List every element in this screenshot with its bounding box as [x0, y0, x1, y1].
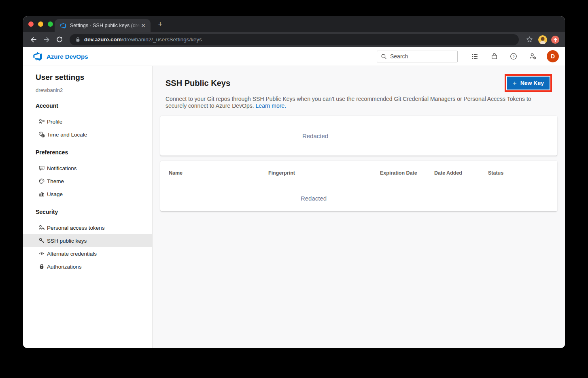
sidebar-item-theme[interactable]: Theme — [23, 175, 152, 188]
sidebar-item-alternate-credentials[interactable]: Alternate credentials — [23, 247, 152, 260]
new-key-button[interactable]: + New Key — [507, 77, 550, 90]
sidebar-item-profile[interactable]: Profile — [23, 115, 152, 128]
minimize-window-button[interactable] — [38, 21, 43, 27]
usage-bar-chart-icon — [38, 191, 45, 197]
user-settings-gear-icon[interactable] — [526, 50, 539, 63]
eye-icon — [38, 250, 45, 257]
sidebar-username: drewbanin2 — [36, 87, 152, 94]
sidebar-item-ssh-public-keys[interactable]: SSH public keys — [23, 234, 152, 247]
lock-icon — [75, 37, 81, 43]
table-header-row: Name Fingerprint Expiration Date Date Ad… — [160, 161, 557, 185]
page-description: Connect to your Git repos through SSH Pu… — [166, 96, 551, 109]
help-icon[interactable]: ? — [507, 50, 520, 63]
lock-shield-icon — [38, 263, 45, 270]
brand-label[interactable]: Azure DevOps — [47, 53, 88, 60]
svg-text:?: ? — [512, 54, 514, 59]
account-avatar[interactable]: D — [547, 50, 559, 62]
work-items-list-icon[interactable] — [468, 50, 481, 63]
bookmark-star-icon[interactable] — [524, 34, 535, 45]
forward-icon[interactable] — [41, 34, 52, 45]
url-bar[interactable]: dev.azure.com/drewbanin2/_usersSettings/… — [70, 34, 519, 45]
page-title: SSH Public Keys — [166, 79, 230, 88]
plus-icon: + — [513, 80, 517, 87]
profile-icon — [38, 118, 45, 125]
redacted-row-text: Redacted — [160, 195, 467, 202]
browser-update-icon[interactable] — [551, 36, 559, 44]
sidebar-item-personal-access-tokens[interactable]: Personal access tokens — [23, 221, 152, 234]
column-header-date-added: Date Added — [434, 170, 488, 176]
url-path: /drewbanin2/_usersSettings/keys — [122, 36, 202, 43]
sidebar-item-notifications[interactable]: Notifications — [23, 162, 152, 175]
annotation-highlight-box: + New Key — [505, 74, 552, 92]
app-header: Azure DevOps ? D — [23, 47, 565, 66]
sidebar-item-usage[interactable]: Usage — [23, 188, 152, 201]
main-content: SSH Public Keys + New Key Connect to you… — [153, 66, 565, 348]
redacted-card: Redacted — [160, 116, 557, 156]
screenshot-background: Settings · SSH public keys (dre ✕ + dev.… — [0, 0, 588, 378]
sidebar-section-security: Security — [36, 208, 152, 216]
browser-tab-strip: Settings · SSH public keys (dre ✕ + — [23, 16, 565, 32]
sidebar-section-preferences: Preferences — [36, 149, 152, 156]
table-row: Redacted — [160, 185, 557, 211]
column-header-fingerprint: Fingerprint — [268, 170, 380, 176]
search-box[interactable] — [377, 51, 458, 62]
url-host: dev.azure.com — [84, 36, 122, 43]
notifications-comment-icon — [38, 165, 45, 171]
time-locale-icon — [38, 131, 45, 138]
ssh-key-icon — [38, 237, 45, 244]
search-icon — [381, 53, 387, 60]
browser-toolbar: dev.azure.com/drewbanin2/_usersSettings/… — [23, 32, 565, 47]
browser-profile-avatar[interactable] — [538, 35, 547, 44]
close-window-button[interactable] — [28, 21, 34, 27]
settings-sidebar: User settings drewbanin2 Account Profile… — [23, 66, 153, 348]
sidebar-section-account: Account — [36, 102, 152, 109]
azure-devops-logo-icon[interactable] — [33, 51, 42, 61]
tab-favicon-azure-devops-icon — [60, 22, 66, 29]
fullscreen-window-button[interactable] — [48, 21, 53, 27]
column-header-expiration-date: Expiration Date — [380, 170, 434, 176]
redacted-text: Redacted — [160, 132, 470, 139]
search-input[interactable] — [390, 53, 454, 60]
sidebar-item-time-and-locale[interactable]: Time and Locale — [23, 128, 152, 141]
column-header-name: Name — [169, 170, 268, 176]
sidebar-item-authorizations[interactable]: Authorizations — [23, 260, 152, 273]
window-controls — [28, 21, 53, 27]
person-key-icon — [38, 224, 45, 231]
browser-window: Settings · SSH public keys (dre ✕ + dev.… — [23, 16, 565, 348]
sidebar-title: User settings — [36, 73, 152, 82]
ssh-keys-table: Name Fingerprint Expiration Date Date Ad… — [160, 161, 557, 211]
learn-more-link[interactable]: Learn more. — [256, 103, 286, 109]
tab-title: Settings · SSH public keys (dre — [70, 23, 140, 28]
back-icon[interactable] — [28, 34, 39, 45]
marketplace-bag-icon[interactable] — [488, 50, 501, 63]
column-header-status: Status — [488, 170, 557, 176]
reload-icon[interactable] — [54, 34, 65, 45]
tab-close-icon[interactable]: ✕ — [140, 22, 146, 29]
theme-palette-icon — [38, 178, 45, 184]
new-tab-button[interactable]: + — [155, 19, 166, 30]
browser-tab[interactable]: Settings · SSH public keys (dre ✕ — [55, 19, 151, 32]
